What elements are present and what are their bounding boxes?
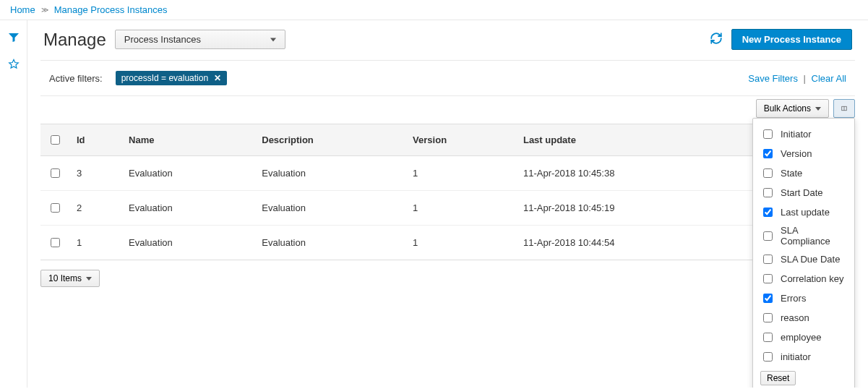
column-option-label: initiator <box>781 351 811 362</box>
column-picker-popover: InitiatorVersionStateStart DateLast upda… <box>752 118 855 388</box>
bulk-actions-button[interactable]: Bulk Actions <box>756 99 829 118</box>
column-option[interactable]: SLA Due Date <box>760 249 847 269</box>
column-option[interactable]: employee <box>760 328 847 347</box>
bulk-actions-label: Bulk Actions <box>764 103 811 114</box>
page-header: Manage Process Instances New Process Ins… <box>36 20 859 60</box>
page-title: Manage <box>43 30 106 50</box>
column-option-checkbox[interactable] <box>763 149 773 158</box>
cell-id: 1 <box>69 226 121 260</box>
clear-all-link[interactable]: Clear All <box>812 73 846 84</box>
filter-chip: processId = evaluation ✕ <box>116 71 227 85</box>
cell-version: 1 <box>405 191 516 226</box>
col-name[interactable]: Name <box>121 124 254 156</box>
column-option-label: State <box>781 168 802 179</box>
column-option[interactable]: Last update <box>760 202 847 222</box>
column-option-label: Start Date <box>781 187 823 198</box>
column-option[interactable]: Version <box>760 144 847 163</box>
chevron-down-icon <box>815 107 821 111</box>
remove-filter-icon[interactable]: ✕ <box>214 73 221 83</box>
select-all-checkbox[interactable] <box>51 135 60 145</box>
active-filters-label: Active filters: <box>49 73 103 84</box>
breadcrumb-current[interactable]: Manage Process Instances <box>54 4 168 15</box>
column-option-checkbox[interactable] <box>763 274 773 283</box>
refresh-icon[interactable] <box>710 32 723 47</box>
column-option[interactable]: Errors <box>760 288 847 308</box>
column-option[interactable]: initiator <box>760 347 847 367</box>
column-option-label: reason <box>781 312 809 323</box>
column-option-label: Errors <box>781 293 806 304</box>
cell-name: Evaluation <box>121 156 254 191</box>
column-option-checkbox[interactable] <box>763 313 773 322</box>
column-option-label: SLA Due Date <box>781 254 840 265</box>
divider: | <box>804 73 806 84</box>
column-option-label: Version <box>781 148 812 159</box>
breadcrumb-home[interactable]: Home <box>10 4 35 15</box>
items-per-page-label: 10 Items <box>48 273 82 283</box>
table-row[interactable]: 3EvaluationEvaluation111-Apr-2018 10:45:… <box>40 156 855 191</box>
table-toolbar: Bulk Actions InitiatorVersionStateStart … <box>36 96 859 124</box>
column-option-label: Last update <box>781 207 830 218</box>
cell-description: Evaluation <box>254 226 405 260</box>
view-selector[interactable]: Process Instances <box>115 30 285 49</box>
column-picker-button[interactable] <box>833 99 855 118</box>
cell-last-update: 11-Apr-2018 10:45:38 <box>516 156 757 191</box>
column-option[interactable]: reason <box>760 308 847 328</box>
filter-chip-text: processId = evaluation <box>121 73 208 83</box>
cell-id: 2 <box>69 191 121 226</box>
new-process-instance-button[interactable]: New Process Instance <box>731 29 852 50</box>
breadcrumb-separator: ≫ <box>41 6 48 14</box>
breadcrumb: Home ≫ Manage Process Instances <box>0 0 868 20</box>
filter-icon[interactable] <box>8 32 20 46</box>
column-option-checkbox[interactable] <box>763 294 773 303</box>
column-option-checkbox[interactable] <box>763 168 773 178</box>
column-option-label: employee <box>781 332 821 343</box>
items-per-page-selector[interactable]: 10 Items <box>40 270 100 287</box>
save-filters-link[interactable]: Save Filters <box>748 73 798 84</box>
column-option[interactable]: SLA Compliance <box>760 222 847 249</box>
col-id[interactable]: Id <box>69 124 121 156</box>
cell-version: 1 <box>405 226 516 260</box>
column-option[interactable]: Correlation key <box>760 269 847 288</box>
column-option-label: Correlation key <box>781 273 843 284</box>
cell-id: 3 <box>69 156 121 191</box>
chevron-down-icon <box>86 277 92 281</box>
side-rail <box>0 20 27 388</box>
column-option[interactable]: Start Date <box>760 183 847 202</box>
column-option-label: Initiator <box>781 129 812 140</box>
column-option-checkbox[interactable] <box>763 231 773 241</box>
cell-description: Evaluation <box>254 191 405 226</box>
row-checkbox[interactable] <box>51 238 60 247</box>
cell-last-update: 11-Apr-2018 10:45:19 <box>516 191 757 226</box>
cell-name: Evaluation <box>121 226 254 260</box>
cell-name: Evaluation <box>121 191 254 226</box>
reset-columns-button[interactable]: Reset <box>760 371 796 385</box>
active-filters-bar: Active filters: processId = evaluation ✕… <box>36 61 859 95</box>
column-option[interactable]: State <box>760 163 847 183</box>
star-icon[interactable] <box>8 59 20 72</box>
select-all-header <box>40 124 69 156</box>
process-instances-table: Id Name Description Version Last update … <box>40 124 855 260</box>
row-checkbox[interactable] <box>51 168 60 178</box>
column-option[interactable]: Initiator <box>760 124 847 144</box>
table-row[interactable]: 1EvaluationEvaluation111-Apr-2018 10:44:… <box>40 226 855 260</box>
table-row[interactable]: 2EvaluationEvaluation111-Apr-2018 10:45:… <box>40 191 855 226</box>
cell-version: 1 <box>405 156 516 191</box>
column-option-label: SLA Compliance <box>781 225 847 247</box>
column-option-checkbox[interactable] <box>763 255 773 264</box>
col-description[interactable]: Description <box>254 124 405 156</box>
col-last-update[interactable]: Last update <box>516 124 757 156</box>
cell-last-update: 11-Apr-2018 10:44:54 <box>516 226 757 260</box>
row-checkbox[interactable] <box>51 203 60 213</box>
column-option-checkbox[interactable] <box>763 129 773 139</box>
cell-description: Evaluation <box>254 156 405 191</box>
table-footer: 10 Items « <box>36 260 859 296</box>
column-option-checkbox[interactable] <box>763 188 773 197</box>
column-option-checkbox[interactable] <box>763 333 773 342</box>
col-version[interactable]: Version <box>405 124 516 156</box>
column-option-checkbox[interactable] <box>763 352 773 362</box>
column-option-checkbox[interactable] <box>763 208 773 217</box>
